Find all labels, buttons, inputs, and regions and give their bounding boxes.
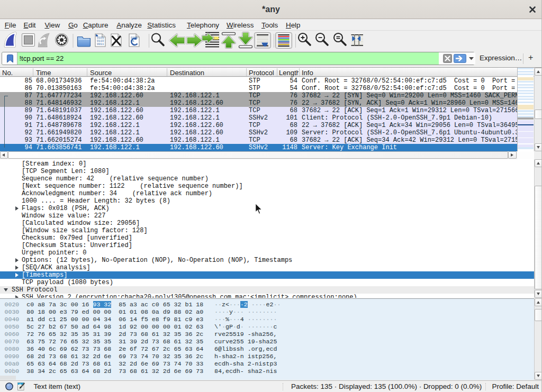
svg-text:0011: 0011 (97, 42, 104, 46)
